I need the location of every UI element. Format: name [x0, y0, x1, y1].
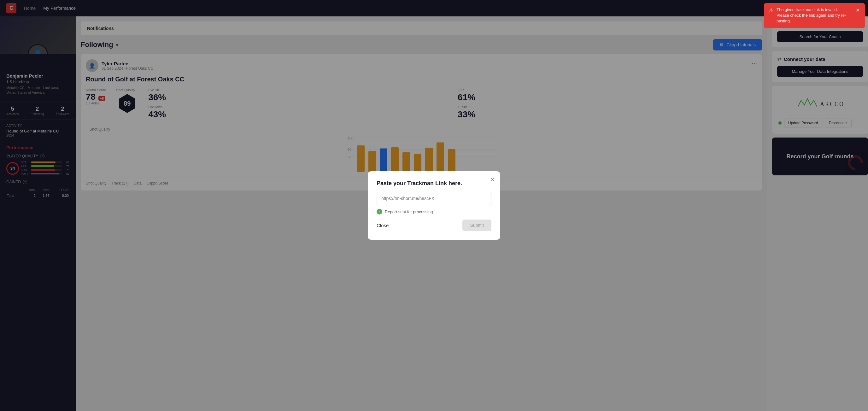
error-toast-close-icon[interactable]: ✕ [856, 7, 860, 14]
modal-close-button[interactable]: Close [377, 223, 389, 228]
modal-overlay[interactable]: Paste your Trackman Link here. ✕ ✓ Repor… [0, 0, 868, 411]
modal-submit-button[interactable]: Submit [462, 220, 491, 231]
success-checkmark-icon: ✓ [377, 209, 382, 215]
trackman-link-input[interactable] [377, 192, 491, 205]
modal-close-icon[interactable]: ✕ [490, 176, 495, 183]
error-toast: ⚠ The given trackman link is invalid. Pl… [764, 3, 865, 28]
modal-title: Paste your Trackman Link here. [377, 180, 491, 187]
error-message: The given trackman link is invalid. Plea… [777, 7, 850, 24]
modal-success-message: ✓ Report sent for processing [377, 209, 491, 215]
modal: Paste your Trackman Link here. ✕ ✓ Repor… [368, 171, 500, 240]
modal-actions: Close Submit [377, 220, 491, 231]
warning-icon: ⚠ [769, 7, 773, 14]
